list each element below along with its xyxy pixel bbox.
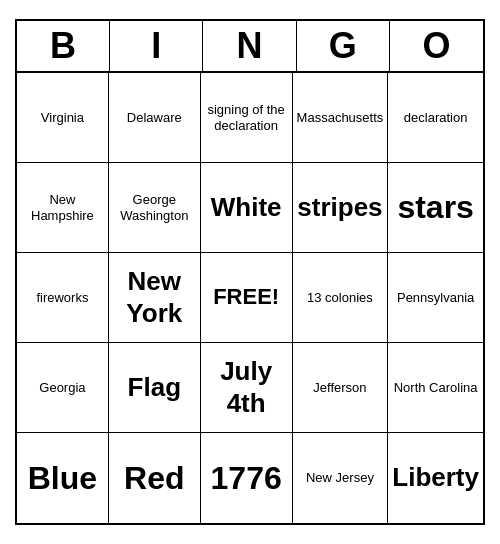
bingo-cell: New York [109, 253, 201, 343]
header-letter: G [297, 21, 390, 71]
bingo-cell: Georgia [17, 343, 109, 433]
bingo-cell: declaration [388, 73, 483, 163]
bingo-cell: George Washington [109, 163, 201, 253]
bingo-cell: Virginia [17, 73, 109, 163]
bingo-grid: VirginiaDelawaresigning of the declarati… [17, 73, 483, 523]
bingo-header: BINGO [17, 21, 483, 73]
bingo-cell: 13 colonies [293, 253, 389, 343]
bingo-cell: fireworks [17, 253, 109, 343]
bingo-cell: White [201, 163, 293, 253]
bingo-cell: Liberty [388, 433, 483, 523]
bingo-cell: Flag [109, 343, 201, 433]
bingo-cell: New Jersey [293, 433, 389, 523]
header-letter: N [203, 21, 296, 71]
bingo-cell: Jefferson [293, 343, 389, 433]
bingo-cell: New Hampshire [17, 163, 109, 253]
bingo-cell: North Carolina [388, 343, 483, 433]
bingo-cell: Massachusetts [293, 73, 389, 163]
bingo-cell: Pennsylvania [388, 253, 483, 343]
bingo-cell: Delaware [109, 73, 201, 163]
header-letter: I [110, 21, 203, 71]
bingo-cell: 1776 [201, 433, 293, 523]
bingo-cell: stars [388, 163, 483, 253]
bingo-cell: Red [109, 433, 201, 523]
bingo-cell: July 4th [201, 343, 293, 433]
header-letter: B [17, 21, 110, 71]
bingo-cell: signing of the declaration [201, 73, 293, 163]
bingo-cell: FREE! [201, 253, 293, 343]
header-letter: O [390, 21, 483, 71]
bingo-cell: stripes [293, 163, 389, 253]
bingo-card: BINGO VirginiaDelawaresigning of the dec… [15, 19, 485, 525]
bingo-cell: Blue [17, 433, 109, 523]
